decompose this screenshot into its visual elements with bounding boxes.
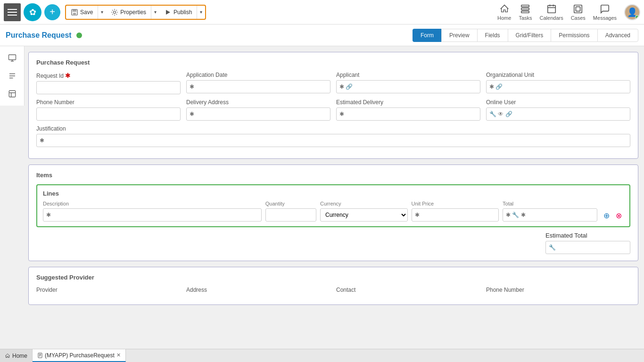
lines-description-field: Description xyxy=(43,201,262,222)
lines-row-1: Description Quantity Currency Currency U… xyxy=(43,201,624,222)
left-panel xyxy=(0,46,25,106)
lines-total-input[interactable] xyxy=(503,208,597,222)
lines-description-label: Description xyxy=(43,201,262,206)
online-user-field: Online User xyxy=(486,99,630,121)
tasks-nav-button[interactable]: Tasks xyxy=(519,4,532,21)
text-icon xyxy=(8,72,17,80)
bottom-tab-close-button[interactable]: ✕ xyxy=(116,352,121,358)
applicant-field: Applicant xyxy=(336,72,480,94)
messages-nav-label: Messages xyxy=(593,15,617,21)
svg-rect-10 xyxy=(576,7,580,11)
svg-rect-11 xyxy=(8,55,16,60)
suggested-provider-section: Suggested Provider Provider Address Cont… xyxy=(28,267,638,305)
user-online-indicator xyxy=(635,15,639,19)
user-avatar[interactable]: 👤 xyxy=(624,4,640,20)
lines-currency-select[interactable]: Currency xyxy=(320,208,408,222)
request-id-input[interactable] xyxy=(36,81,181,94)
calendars-nav-button[interactable]: Calendars xyxy=(540,4,563,21)
tab-advanced[interactable]: Advanced xyxy=(597,29,638,42)
svg-rect-8 xyxy=(547,5,555,13)
home-nav-label: Home xyxy=(497,15,511,21)
tasks-nav-label: Tasks xyxy=(519,15,532,21)
estimated-total-input[interactable] xyxy=(545,241,630,254)
lines-currency-label: Currency xyxy=(320,201,408,206)
svg-rect-12 xyxy=(9,90,16,97)
doc-tab-icon xyxy=(37,353,43,358)
justification-input[interactable] xyxy=(36,134,630,147)
justification-field: Justification xyxy=(36,125,630,147)
add-line-button[interactable]: ⊕ xyxy=(601,210,611,221)
estimated-total-field: Estimated Total xyxy=(545,232,630,254)
messages-nav-button[interactable]: Messages xyxy=(593,4,617,21)
remove-line-button[interactable]: ⊗ xyxy=(613,210,624,221)
properties-dropdown-button[interactable]: ▾ xyxy=(151,7,159,17)
contact-col: Contact xyxy=(336,287,480,293)
properties-button[interactable]: Properties xyxy=(106,6,151,19)
application-date-label: Application Date xyxy=(186,72,330,78)
panel-text-button[interactable] xyxy=(4,68,20,84)
address-col-label: Address xyxy=(186,287,330,293)
suggested-provider-title: Suggested Provider xyxy=(36,274,630,281)
phone-number-field: Phone Number xyxy=(36,99,181,121)
tab-form[interactable]: Form xyxy=(413,29,441,42)
main-content: Purchase Request Request Id ✱ Applicatio… xyxy=(0,46,644,349)
application-date-input[interactable] xyxy=(186,80,330,93)
phone-number-label: Phone Number xyxy=(36,99,181,106)
online-user-input[interactable] xyxy=(486,107,630,121)
bottom-tab-home[interactable]: Home xyxy=(0,349,33,362)
delivery-address-input[interactable] xyxy=(186,107,330,121)
applicant-input[interactable] xyxy=(336,80,480,93)
bottom-home-label: Home xyxy=(12,353,27,359)
estimated-delivery-field: Estimated Delivery xyxy=(336,99,480,121)
request-id-label: Request Id ✱ xyxy=(36,72,181,79)
home-nav-button[interactable]: Home xyxy=(497,4,511,21)
org-unit-input[interactable] xyxy=(486,80,630,93)
bottom-tab-purchase-request[interactable]: (MYAPP) PurchaseRequest ✕ xyxy=(33,349,126,362)
messages-icon xyxy=(600,4,610,14)
hamburger-menu-button[interactable] xyxy=(4,3,21,21)
phone-number-input[interactable] xyxy=(36,107,181,121)
tab-fields[interactable]: Fields xyxy=(477,29,508,42)
box-icon xyxy=(8,90,17,98)
panel-box-button[interactable] xyxy=(4,86,20,102)
svg-rect-2 xyxy=(73,13,76,15)
estimated-total-row: Estimated Total xyxy=(36,232,630,254)
items-section: Items Lines Description Quantity Currenc… xyxy=(28,165,638,261)
tab-preview[interactable]: Preview xyxy=(441,29,477,42)
logo-icon: ✿ xyxy=(29,7,36,17)
publish-button[interactable]: Publish xyxy=(159,6,197,19)
panel-monitor-button[interactable] xyxy=(4,50,20,66)
lines-quantity-label: Quantity xyxy=(265,201,316,206)
calendars-icon xyxy=(546,4,557,14)
publish-dropdown-button[interactable]: ▾ xyxy=(197,7,205,17)
tab-permissions[interactable]: Permissions xyxy=(551,29,597,42)
pr-row-1: Request Id ✱ Application Date Applicant … xyxy=(36,72,630,94)
org-unit-label: Organizational Unit xyxy=(486,72,630,78)
add-button[interactable]: + xyxy=(44,4,60,20)
svg-rect-5 xyxy=(521,5,529,7)
estimated-delivery-input[interactable] xyxy=(336,107,480,121)
svg-rect-9 xyxy=(574,5,582,13)
bottom-tabs: Home (MYAPP) PurchaseRequest ✕ xyxy=(0,349,644,362)
status-dot xyxy=(76,33,82,38)
monitor-icon xyxy=(8,54,17,62)
save-dropdown-button[interactable]: ▾ xyxy=(98,7,106,17)
tab-grid-filters[interactable]: Grid/Filters xyxy=(508,29,551,42)
toolbar-right: Home Tasks Calendars Cases xyxy=(497,4,640,21)
logo-button[interactable]: ✿ xyxy=(24,3,41,21)
save-button[interactable]: Save xyxy=(66,6,98,19)
svg-rect-1 xyxy=(73,9,76,12)
lines-quantity-input[interactable] xyxy=(265,208,316,222)
provider-col: Provider xyxy=(36,287,181,293)
home-tab-icon xyxy=(5,353,10,359)
lines-currency-field: Currency Currency xyxy=(320,201,408,222)
org-unit-field: Organizational Unit xyxy=(486,72,630,94)
lines-unit-price-input[interactable] xyxy=(412,208,499,222)
cases-nav-button[interactable]: Cases xyxy=(571,4,586,21)
save-icon xyxy=(71,8,78,16)
action-group: Save ▾ Properties ▾ Publish ▾ xyxy=(65,5,206,20)
lines-description-input[interactable] xyxy=(43,208,262,222)
request-id-field: Request Id ✱ xyxy=(36,72,181,94)
save-label: Save xyxy=(80,9,93,16)
svg-rect-7 xyxy=(521,11,529,13)
